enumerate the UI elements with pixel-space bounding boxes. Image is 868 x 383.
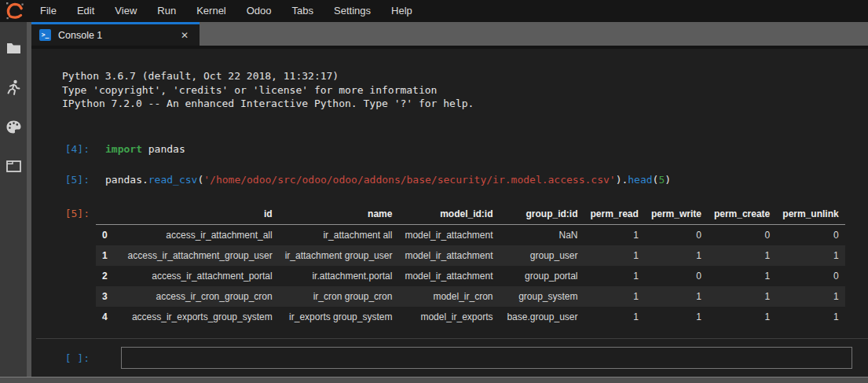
column-header: perm_unlink [776,204,844,225]
table-cell: access_ir_attachment_all [114,224,279,245]
table-cell: base.group_user [500,307,584,327]
column-header: perm_create [708,204,776,225]
table-cell: group_portal [500,266,584,286]
table-cell: model_ir_cron [398,286,499,307]
tab-label: Console 1 [58,30,102,41]
table-cell: 1 [776,245,844,266]
input-prompt: [5]: [55,173,90,186]
column-header [96,204,114,225]
table-cell: ir_exports group_system [279,307,399,327]
table-cell: group_system [500,286,584,307]
table-cell: 0 [776,266,844,286]
code-line: pandas.read_csv('/home/odoo/src/odoo/odo… [105,173,671,186]
folder-icon[interactable] [0,35,27,61]
console-panel: Python 3.6.7 (default, Oct 22 2018, 11:3… [36,49,868,377]
jupyterlab-window: FileEditViewRunKernelOdooTabsSettingsHel… [0,0,868,383]
code-input[interactable] [121,347,852,369]
row-index: 2 [96,266,114,286]
table-cell: NaN [500,224,584,245]
table-cell: 0 [708,224,776,245]
column-header: model_id:id [398,204,499,225]
running-man-icon[interactable] [0,74,27,101]
row-index: 3 [96,286,114,307]
console-content[interactable]: Python 3.6.7 (default, Oct 22 2018, 11:3… [36,49,868,338]
column-header: name [279,204,399,225]
table-row: 4access_ir_exports_group_systemir_export… [96,307,845,327]
row-index: 0 [96,224,114,245]
row-index: 4 [96,307,114,327]
table-cell: 1 [645,307,708,327]
table-cell: 1 [584,245,645,266]
table-cell: access_ir_cron_group_cron [114,286,279,307]
table-row: 3access_ir_cron_group_cronir_cron group_… [96,286,845,307]
table-cell: ir_attachment group_user [279,245,399,266]
table-cell: 1 [584,224,645,245]
table-cell: 1 [645,286,708,307]
table-cell: 0 [645,224,708,245]
table-cell: 0 [645,266,708,286]
banner-line: IPython 7.2.0 -- An enhanced Interactive… [62,97,868,111]
table-cell: 1 [645,245,708,266]
table-cell: ir_cron group_cron [279,286,399,307]
table-cell: ir.attachment.portal [279,266,399,286]
odoo-sh-logo [0,0,30,22]
menu-odoo[interactable]: Odoo [236,0,282,22]
column-header: perm_read [584,204,645,225]
input-prompt: [ ]: [55,352,90,364]
dataframe-table: idnamemodel_id:idgroup_id:idperm_readper… [96,204,845,327]
executed-cells: [4]:import pandas[5]:pandas.read_csv('/h… [55,142,868,186]
ipython-banner: Python 3.6.7 (default, Oct 22 2018, 11:3… [62,69,868,111]
palette-icon[interactable] [0,113,27,140]
table-cell: access_ir_attachment_portal [114,266,279,286]
tabs-icon[interactable] [0,153,27,179]
table-row: 1access_ir_attachment_group_userir_attac… [96,245,845,266]
menu-file[interactable]: File [30,0,67,22]
column-header: id [114,204,279,225]
dataframe-header-row: idnamemodel_id:idgroup_id:idperm_readper… [96,204,845,225]
table-cell: 1 [584,266,645,286]
table-cell: 1 [776,286,844,307]
table-cell: model_ir_attachment [398,245,499,266]
menu-items: FileEditViewRunKernelOdooTabsSettingsHel… [30,0,423,22]
table-cell: 1 [708,307,776,327]
menu-run[interactable]: Run [147,0,186,22]
console-icon: >_ [39,29,51,41]
table-cell: 1 [708,266,776,286]
table-cell: 0 [776,224,844,245]
row-index: 1 [96,245,114,266]
code-cell: [5]:pandas.read_csv('/home/odoo/src/odoo… [55,173,868,186]
output-prompt: [5]: [55,204,90,219]
tab-bar: >_ Console 1 ✕ [31,22,868,46]
menu-edit[interactable]: Edit [67,0,104,22]
table-cell: model_ir_exports [398,307,499,327]
close-icon[interactable]: ✕ [178,28,192,42]
banner-line: Type 'copyright', 'credits' or 'license'… [62,83,868,98]
code-cell: [4]:import pandas [55,142,868,156]
table-cell: ir_attachment all [279,224,399,245]
odoo-sh-logo-icon [5,1,25,21]
menu-view[interactable]: View [104,0,147,22]
table-row: 0access_ir_attachment_allir_attachment a… [96,224,845,245]
menu-tabs[interactable]: Tabs [282,0,324,22]
menu-bar: FileEditViewRunKernelOdooTabsSettingsHel… [0,0,868,22]
tab-console-1[interactable]: >_ Console 1 ✕ [31,22,200,46]
banner-line: Python 3.6.7 (default, Oct 22 2018, 11:3… [62,69,868,83]
menu-settings[interactable]: Settings [324,0,381,22]
table-cell: access_ir_attachment_group_user [114,245,279,266]
table-cell: model_ir_attachment [398,266,499,286]
output-area: [5]: idnamemodel_id:idgroup_id:idperm_re… [55,204,868,327]
input-prompt: [4]: [55,142,90,156]
code-line: import pandas [105,142,185,156]
table-row: 2access_ir_attachment_portalir.attachmen… [96,266,845,286]
menu-kernel[interactable]: Kernel [186,0,236,22]
column-header: perm_write [645,204,708,225]
table-cell: group_user [500,245,584,266]
table-cell: 1 [708,286,776,307]
console-input-area: [ ]: [36,338,868,377]
table-cell: access_ir_exports_group_system [114,307,279,327]
column-header: group_id:id [500,204,584,225]
left-sidebar [0,22,31,377]
menu-help[interactable]: Help [381,0,423,22]
table-cell: 1 [708,245,776,266]
table-cell: model_ir_attachment [398,224,499,245]
